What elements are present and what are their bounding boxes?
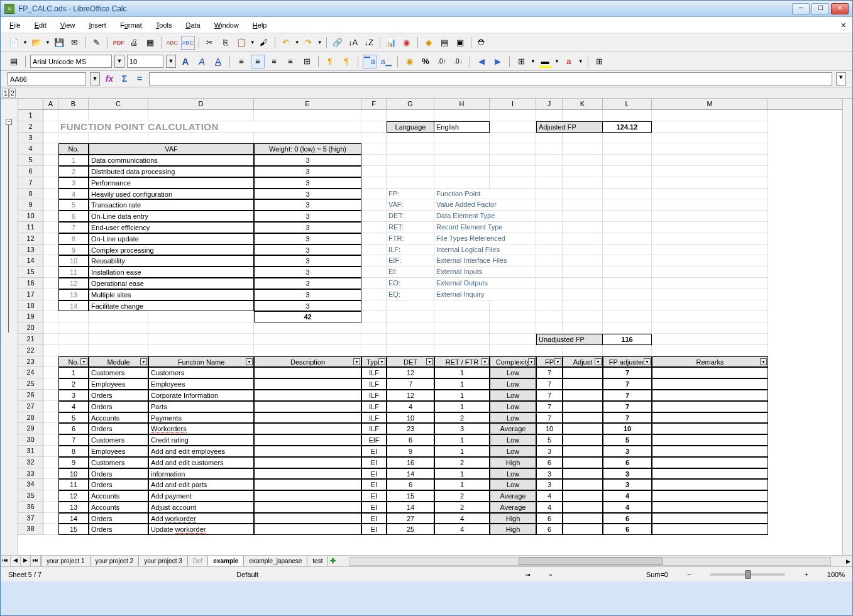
ft-cell[interactable]: 7 [387, 378, 434, 390]
cell[interactable] [563, 245, 603, 256]
row-header-7[interactable]: 7 [18, 177, 43, 189]
ft-cell[interactable]: Low [490, 390, 536, 401]
cell[interactable] [603, 155, 652, 166]
cell[interactable] [652, 189, 768, 200]
cell[interactable] [536, 189, 563, 200]
ft-cell[interactable]: 5 [58, 412, 89, 424]
ft-cell[interactable]: 7 [536, 401, 563, 412]
ft-cell[interactable]: Adjust account [148, 502, 254, 513]
select-all-corner[interactable] [18, 99, 43, 110]
justify-icon[interactable]: ≡ [283, 55, 297, 69]
ft-cell[interactable]: 3 [58, 390, 89, 401]
ft-cell[interactable]: Low [490, 434, 536, 446]
cell[interactable] [652, 322, 768, 334]
vaf-weight[interactable]: 3 [254, 155, 361, 166]
filter-icon[interactable]: ▼ [353, 358, 360, 365]
cell[interactable] [43, 300, 58, 312]
cell[interactable] [563, 189, 603, 200]
cell[interactable] [603, 255, 652, 267]
col-header-D[interactable]: D [148, 99, 254, 109]
cell[interactable] [387, 143, 434, 155]
cell[interactable] [361, 143, 387, 155]
sheet-tab-your project 3[interactable]: your project 3 [139, 556, 188, 566]
ft-cell[interactable] [563, 423, 603, 434]
cell[interactable] [536, 345, 563, 356]
col-header-H[interactable]: H [434, 99, 490, 109]
help-icon[interactable]: ⛑ [475, 36, 489, 50]
cell[interactable] [652, 289, 768, 300]
ft-cell[interactable]: 1 [434, 378, 490, 390]
row-header-19[interactable]: 19 [18, 311, 43, 322]
cell[interactable] [603, 278, 652, 289]
align-right-icon[interactable]: ≡ [267, 55, 281, 69]
ft-cell[interactable]: Employees [89, 378, 148, 390]
dropdown-icon[interactable]: ▼ [554, 58, 559, 64]
edit-icon[interactable]: ✎ [90, 36, 104, 50]
ft-cell[interactable]: 8 [58, 446, 89, 457]
cell[interactable] [490, 334, 536, 345]
filter-icon[interactable]: ▼ [554, 358, 561, 365]
cell[interactable] [43, 457, 58, 468]
cell[interactable] [43, 199, 58, 211]
cell[interactable] [563, 345, 603, 356]
cell[interactable] [563, 155, 603, 166]
ft-cell[interactable] [652, 468, 768, 480]
cell[interactable] [563, 143, 603, 155]
preview-icon[interactable]: ▦ [143, 36, 157, 50]
bgcolor-icon[interactable]: ▬ [538, 55, 552, 69]
cell[interactable] [603, 267, 652, 278]
ft-cell[interactable]: 1 [434, 390, 490, 401]
align-left-icon[interactable]: ≡ [234, 55, 248, 69]
ft-cell[interactable]: Low [490, 468, 536, 480]
cell[interactable] [652, 143, 768, 155]
zoom-icon[interactable]: ▣ [453, 36, 467, 50]
cell[interactable] [652, 300, 768, 312]
cell[interactable] [434, 345, 490, 356]
cell[interactable] [603, 289, 652, 300]
ft-cell[interactable] [563, 412, 603, 424]
ft-cell[interactable]: 2 [434, 457, 490, 468]
ft-cell[interactable] [254, 468, 361, 480]
ft-cell[interactable]: 1 [434, 479, 490, 490]
ft-cell[interactable]: EI [361, 479, 387, 490]
ft-cell[interactable]: Add and edit parts [148, 479, 254, 490]
row-header-26[interactable]: 26 [18, 390, 43, 401]
col-header-L[interactable]: L [603, 99, 652, 109]
cell[interactable] [89, 311, 148, 322]
cell[interactable] [89, 334, 148, 345]
ft-cell[interactable] [563, 378, 603, 390]
ft-cell[interactable]: 7 [536, 367, 563, 378]
chart-icon[interactable]: 📊 [384, 36, 398, 50]
cell[interactable] [361, 311, 387, 322]
ft-cell[interactable]: Employees [89, 446, 148, 457]
cell[interactable] [387, 311, 434, 322]
cell[interactable] [490, 133, 536, 144]
ft-cell[interactable]: 2 [434, 490, 490, 502]
cell[interactable] [43, 222, 58, 233]
cell[interactable] [652, 222, 768, 233]
ft-cell[interactable]: High [490, 513, 536, 524]
cell[interactable] [89, 345, 148, 356]
vaf-weight[interactable]: 3 [254, 189, 361, 200]
ft-cell[interactable]: 16 [387, 457, 434, 468]
vaf-name[interactable]: Operational ease [89, 278, 254, 289]
ft-cell[interactable] [563, 490, 603, 502]
cell[interactable] [43, 189, 58, 200]
row-header-30[interactable]: 30 [18, 434, 43, 446]
menu-view[interactable]: View [60, 21, 75, 29]
ft-cell[interactable] [652, 390, 768, 401]
cell[interactable] [563, 300, 603, 312]
cell[interactable] [536, 255, 563, 267]
ft-cell[interactable]: 7 [603, 412, 652, 424]
cell[interactable] [434, 155, 490, 166]
ft-header[interactable]: Module▼ [89, 356, 148, 368]
cell[interactable] [387, 300, 434, 312]
cell[interactable] [603, 211, 652, 222]
ft-cell[interactable] [652, 378, 768, 390]
cell[interactable] [603, 110, 652, 121]
ft-cell[interactable] [254, 479, 361, 490]
italic-icon[interactable]: A [195, 55, 209, 69]
ft-cell[interactable]: information [148, 468, 254, 480]
row-header-1[interactable]: 1 [18, 110, 43, 121]
ft-header[interactable]: No.▼ [58, 356, 89, 368]
